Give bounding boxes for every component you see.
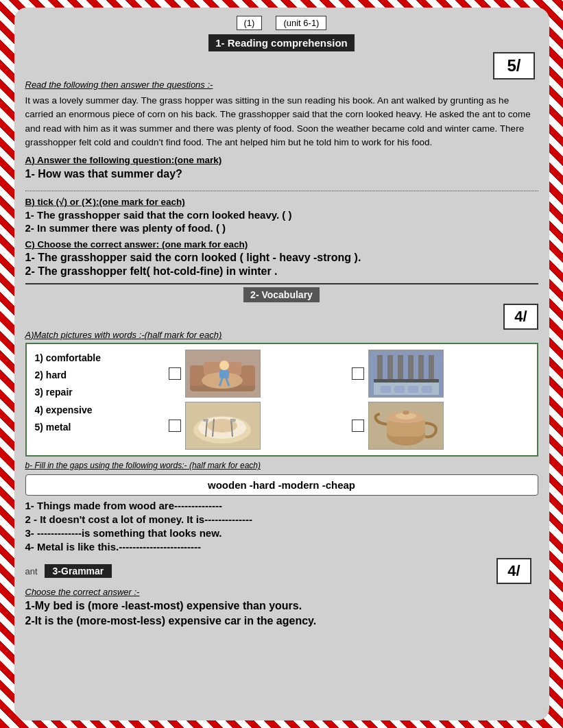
match-table: 1) comfortable 2) hard 3) repair 4) expe… — [25, 343, 538, 457]
section2-header: 2- Vocabulary — [243, 287, 320, 302]
balcony-image — [368, 350, 444, 398]
section3-header: 3-Grammar — [45, 564, 112, 578]
svg-rect-15 — [418, 355, 424, 379]
score-grammar: 4/ — [496, 558, 531, 584]
word-bank: wooden -hard -modern -cheap — [25, 474, 538, 496]
word-item-4: 4) expensive — [35, 402, 155, 419]
word-list: 1) comfortable 2) hard 3) repair 4) expe… — [26, 343, 163, 456]
image-grid-cell — [163, 343, 538, 456]
section-grammar: ant 3-Grammar 4/ Choose the correct answ… — [25, 558, 538, 627]
page-container: (1) (unit 6-1) 1- Reading comprehension … — [14, 8, 549, 720]
unit-label: (unit 6-1) — [276, 16, 326, 30]
svg-rect-19 — [394, 386, 405, 393]
fill-q3: 3- -------------is something that looks … — [25, 527, 538, 539]
fill-q2: 2 - It doesn't cost a lot of money. It i… — [25, 513, 538, 525]
svg-rect-12 — [387, 355, 393, 379]
svg-rect-11 — [377, 355, 383, 379]
choose-q2: 2- The grasshopper felt( hot-cold-fine) … — [25, 265, 538, 278]
svg-rect-29 — [230, 419, 236, 422]
word-item-1: 1) comfortable — [35, 350, 155, 367]
image-cell-1 — [169, 350, 348, 398]
word-item-3: 3) repair — [35, 384, 155, 401]
grammar-q1: 1-My bed is (more -least-most) expensive… — [25, 600, 538, 612]
section-reading: 1- Reading comprehension 5/ Read the fol… — [25, 34, 538, 278]
top-labels: (1) (unit 6-1) — [25, 16, 538, 30]
ant-label: ant — [25, 566, 38, 577]
image-cell-4 — [352, 402, 531, 450]
svg-rect-20 — [408, 386, 418, 393]
svg-rect-14 — [408, 355, 414, 379]
sofa-image — [185, 350, 261, 398]
image-cell-3 — [169, 402, 348, 450]
svg-rect-28 — [203, 419, 208, 422]
choose-label: Choose the correct answer :- — [25, 587, 538, 597]
section-divider — [25, 283, 538, 284]
score-reading: 5/ — [493, 52, 534, 80]
fill-q4: 4- Metal is like this.------------------… — [25, 541, 538, 553]
read-instruction: Read the following then answer the quest… — [25, 80, 538, 90]
partA-vocab-label: A)Match pictures with words :-(half mark… — [25, 330, 538, 340]
partC-label: C) Choose the correct answer: (one mark … — [25, 239, 248, 250]
svg-rect-13 — [398, 355, 403, 379]
score-vocab: 4/ — [503, 304, 538, 330]
plate-image — [185, 402, 261, 450]
answer-line-1[interactable] — [25, 182, 538, 191]
checkbox-3[interactable] — [169, 420, 181, 432]
word-item-5: 5) metal — [35, 419, 155, 436]
partB-vocab-label: b- Fill in the gaps using the following … — [25, 461, 538, 470]
section-vocabulary: 2- Vocabulary 4/ A)Match pictures with w… — [25, 287, 538, 553]
section1-header: 1- Reading comprehension — [208, 34, 355, 51]
match-row: 1) comfortable 2) hard 3) repair 4) expe… — [26, 343, 538, 456]
part-b: B) tick (√) or (✕):(one mark for each) 1… — [25, 195, 538, 234]
svg-rect-21 — [422, 386, 432, 393]
page-number: (1) — [237, 16, 263, 30]
svg-rect-10 — [374, 379, 439, 383]
svg-rect-18 — [381, 386, 391, 393]
question-1: 1- How was that summer day? — [25, 168, 538, 180]
tick-q1: 1- The grasshopper said that the corn lo… — [25, 209, 538, 221]
tick-q2: 2- In summer there was plenty of food. (… — [25, 222, 538, 234]
svg-point-34 — [403, 411, 409, 415]
svg-rect-1 — [190, 365, 204, 386]
part-c: C) Choose the correct answer: (one mark … — [25, 238, 538, 278]
word-item-2: 2) hard — [35, 367, 155, 384]
pot-image — [368, 402, 444, 450]
image-cell-2 — [352, 350, 531, 398]
fill-q1: 1- Things made from wood are------------… — [25, 500, 538, 511]
svg-rect-6 — [219, 370, 229, 378]
checkbox-2[interactable] — [352, 367, 364, 380]
image-grid — [166, 347, 534, 452]
grammar-q2: 2-It is the (more-most-less) expensive c… — [25, 615, 538, 627]
checkbox-1[interactable] — [169, 367, 181, 380]
part-a: A) Answer the following question:(one ma… — [25, 154, 538, 191]
partA-label: A) Answer the following question:(one ma… — [25, 155, 222, 165]
partB-label: B) tick (√) or (✕):(one mark for each) — [25, 197, 185, 207]
svg-rect-2 — [241, 365, 255, 386]
passage-text: It was a lovely summer day. The grass ho… — [25, 94, 538, 149]
svg-point-5 — [219, 361, 229, 370]
checkbox-4[interactable] — [352, 420, 364, 432]
svg-rect-16 — [429, 355, 434, 379]
choose-q1: 1- The grasshopper said the corn looked … — [25, 252, 538, 264]
